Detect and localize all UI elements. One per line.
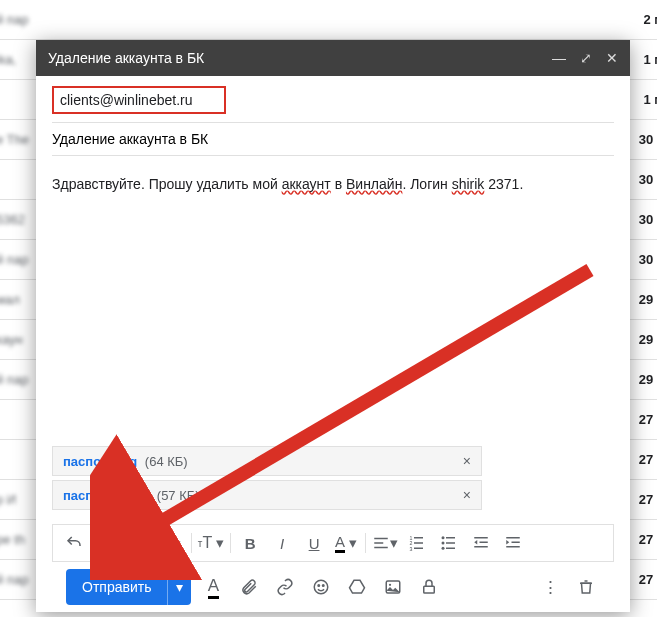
svg-rect-17 [474,546,488,548]
attachment-name: паспорт 2.jpg [63,488,149,503]
insert-link-icon[interactable] [271,573,299,601]
redo-icon[interactable] [91,529,121,557]
compose-header: Удаление аккаунта в БК — ⤢ ✕ [36,40,630,76]
underline-icon[interactable]: U [299,529,329,557]
inbox-snippet: й пар [0,252,28,267]
svg-rect-2 [374,547,388,549]
align-icon[interactable]: ▾ [370,529,400,557]
body-text-part: Здравствуйте [52,176,141,192]
svg-rect-6 [414,542,423,544]
send-button-label: Отправить [66,579,167,595]
inbox-date: 27 а [639,412,657,427]
inbox-snippet: й пар [0,12,28,27]
svg-rect-20 [506,546,520,548]
svg-point-21 [315,580,329,594]
svg-rect-18 [506,537,520,539]
inbox-snippet: pe th [0,532,25,547]
inbox-date: 27 а [639,572,657,587]
subject-field[interactable]: Удаление аккаунта в БК [52,122,614,156]
numbered-list-icon[interactable]: 123 [402,529,432,557]
body-text-part: . Прошу удалить мой [141,176,282,192]
svg-point-9 [442,536,445,539]
inbox-date: 30 а [639,132,657,147]
svg-rect-26 [424,586,435,593]
inbox-snippet: р И [0,492,16,507]
attachment-size: (64 КБ) [141,454,187,469]
separator [191,533,192,553]
separator [365,533,366,553]
insert-photo-icon[interactable] [379,573,407,601]
compose-window: Удаление аккаунта в БК — ⤢ ✕ clients@win… [36,40,630,612]
attachment-remove-icon[interactable]: × [463,453,471,469]
more-options-icon[interactable]: ⋮ [536,573,564,601]
body-text-part: . Логин [402,176,451,192]
inbox-snippet: ika, [0,52,16,67]
font-size-selector[interactable]: тT ▾ [196,529,226,557]
attachment-size: (57 КБ) [153,488,199,503]
text-format-toggle-icon[interactable]: A [199,573,227,601]
body-text-part: 2371. [484,176,523,192]
attach-file-icon[interactable] [235,573,263,601]
inbox-snippet: каун [0,332,23,347]
indent-less-icon[interactable] [466,529,496,557]
font-family-selector[interactable]: Без… ▾ [130,529,187,557]
send-button[interactable]: Отправить ▾ [66,569,191,605]
window-controls: — ⤢ ✕ [552,50,618,66]
svg-rect-1 [374,542,383,544]
insert-emoji-icon[interactable] [307,573,335,601]
to-field[interactable]: clients@winlinebet.ru [52,86,226,114]
svg-rect-12 [446,542,455,544]
attachments-area: паспорт.jpg (64 КБ)×паспорт 2.jpg (57 КБ… [52,442,614,518]
inbox-date: 27 а [639,532,657,547]
attachment-chip[interactable]: паспорт.jpg (64 КБ)× [52,446,482,476]
inbox-date: 27 а [639,492,657,507]
compose-body: clients@winlinebet.ru Удаление аккаунта … [36,76,630,612]
svg-rect-0 [374,538,388,540]
svg-rect-19 [512,542,520,544]
send-dropdown-icon[interactable]: ▾ [167,569,191,605]
bullet-list-icon[interactable] [434,529,464,557]
attachment-remove-icon[interactable]: × [463,487,471,503]
indent-more-icon[interactable] [498,529,528,557]
svg-rect-15 [474,537,488,539]
format-toolbar: Без… ▾ тT ▾ B I U A ▾ ▾ 123 [52,524,614,562]
close-icon[interactable]: ✕ [606,50,618,66]
inbox-snippet: й пар [0,372,28,387]
svg-rect-8 [414,548,423,550]
font-family-label: Без… [136,536,170,551]
body-text-part: в [331,176,346,192]
svg-rect-16 [480,542,488,544]
inbox-snippet: e The [0,132,29,147]
bold-icon[interactable]: B [235,529,265,557]
inbox-date: 27 а [639,452,657,467]
inbox-date: 1 м [644,52,657,67]
attachment-chip[interactable]: паспорт 2.jpg (57 КБ)× [52,480,482,510]
undo-icon[interactable] [59,529,89,557]
svg-rect-10 [446,537,455,539]
message-body[interactable]: Здравствуйте. Прошу удалить мой аккаунт … [52,164,614,442]
inbox-date: 29 а [639,332,657,347]
body-text-spellcheck: Винлайн [346,176,402,192]
text-color-icon[interactable]: A ▾ [331,529,361,557]
svg-point-13 [442,547,445,550]
discard-draft-icon[interactable] [572,573,600,601]
svg-point-25 [389,584,391,586]
inbox-date: 2 м [644,12,657,27]
body-text-spellcheck: shirik [452,176,485,192]
svg-rect-14 [446,548,455,550]
confidential-mode-icon[interactable] [415,573,443,601]
svg-rect-4 [414,537,423,539]
inbox-snippet: мал [0,292,20,307]
compose-bottom-bar: Отправить ▾ A ⋮ [52,562,614,612]
insert-drive-icon[interactable] [343,573,371,601]
inbox-row[interactable]: й пар2 м [0,0,657,40]
svg-point-11 [442,542,445,545]
separator [125,533,126,553]
minimize-icon[interactable]: — [552,50,566,66]
compose-title: Удаление аккаунта в БК [48,50,552,66]
inbox-date: 29 а [639,372,657,387]
inbox-date: 30 а [639,212,657,227]
svg-text:3: 3 [410,546,413,552]
italic-icon[interactable]: I [267,529,297,557]
fullscreen-icon[interactable]: ⤢ [580,50,592,66]
